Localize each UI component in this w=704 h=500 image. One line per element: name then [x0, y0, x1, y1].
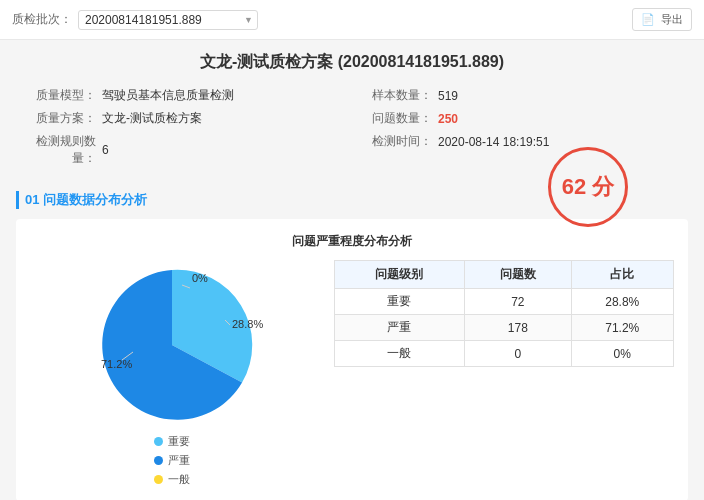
pie-label-712: 71.2%: [101, 358, 132, 370]
meta-left: 质量模型： 驾驶员基本信息质量检测 质量方案： 文龙-测试质检方案 检测规则数量…: [16, 87, 352, 173]
pie-label-288: 28.8%: [232, 318, 263, 330]
batch-select-wrapper[interactable]: 20200814181951.889: [78, 10, 258, 30]
severity-col-level: 问题级别: [334, 261, 464, 289]
page-title: 文龙-测试质检方案 (20200814181951.889): [16, 52, 688, 73]
meta-row-issues: 问题数量： 250: [352, 110, 688, 127]
meta-time-value: 2020-08-14 18:19:51: [438, 135, 549, 149]
severity-table-area: 问题级别 问题数 占比 重要 72 28.8% 严重 1: [334, 260, 674, 367]
meta-plan-value: 文龙-测试质检方案: [102, 110, 202, 127]
score-circle: 62 分: [548, 147, 628, 227]
severity-ratio-2: 0%: [571, 341, 673, 367]
severity-col-count: 问题数: [465, 261, 571, 289]
export-label: 导出: [661, 13, 683, 25]
meta-row-samples: 样本数量： 519: [352, 87, 688, 104]
severity-row-1: 严重 178 71.2%: [334, 315, 673, 341]
severity-level-2: 一般: [334, 341, 464, 367]
batch-select[interactable]: 20200814181951.889: [78, 10, 258, 30]
severity-subtitle: 问题严重程度分布分析: [30, 233, 674, 250]
severity-count-2: 0: [465, 341, 571, 367]
meta-section: 质量模型： 驾驶员基本信息质量检测 质量方案： 文龙-测试质检方案 检测规则数量…: [16, 87, 688, 173]
legend-item-important: 重要: [154, 434, 190, 449]
severity-block: 问题严重程度分布分析 0% 28.8% 71.2%: [16, 219, 688, 500]
content: 文龙-测试质检方案 (20200814181951.889) 质量模型： 驾驶员…: [0, 40, 704, 500]
severity-chart-area: 0% 28.8% 71.2% 重要 严重: [30, 260, 314, 487]
top-bar-right: 📄 导出: [632, 8, 692, 31]
meta-row-time: 检测时间： 2020-08-14 18:19:51: [352, 133, 688, 150]
meta-plan-label: 质量方案：: [16, 110, 96, 127]
severity-level-1: 严重: [334, 315, 464, 341]
meta-model-value: 驾驶员基本信息质量检测: [102, 87, 234, 104]
meta-row-plan: 质量方案： 文龙-测试质检方案: [16, 110, 352, 127]
meta-row-rules: 检测规则数量： 6: [16, 133, 352, 167]
meta-right: 样本数量： 519 问题数量： 250 检测时间： 2020-08-14 18:…: [352, 87, 688, 173]
meta-rules-value: 6: [102, 143, 109, 157]
meta-time-label: 检测时间：: [352, 133, 432, 150]
export-icon: 📄: [641, 13, 655, 25]
legend-item-general: 一般: [154, 472, 190, 487]
legend-dot-general: [154, 475, 163, 484]
severity-col-ratio: 占比: [571, 261, 673, 289]
severity-legend: 重要 严重 一般: [154, 434, 190, 487]
meta-issues-value: 250: [438, 112, 458, 126]
severity-ratio-0: 28.8%: [571, 289, 673, 315]
severity-pie-chart: 0% 28.8% 71.2%: [87, 260, 257, 430]
legend-dot-important: [154, 437, 163, 446]
score-value: 62 分: [562, 172, 615, 202]
export-button[interactable]: 📄 导出: [632, 8, 692, 31]
severity-chart-table: 0% 28.8% 71.2% 重要 严重: [30, 260, 674, 487]
meta-model-label: 质量模型：: [16, 87, 96, 104]
legend-label-severe: 严重: [168, 453, 190, 468]
meta-row-model: 质量模型： 驾驶员基本信息质量检测: [16, 87, 352, 104]
legend-label-important: 重要: [168, 434, 190, 449]
severity-count-1: 178: [465, 315, 571, 341]
meta-samples-value: 519: [438, 89, 458, 103]
meta-samples-label: 样本数量：: [352, 87, 432, 104]
meta-issues-label: 问题数量：: [352, 110, 432, 127]
batch-label: 质检批次：: [12, 11, 72, 28]
legend-item-severe: 严重: [154, 453, 190, 468]
top-bar-left: 质检批次： 20200814181951.889: [12, 10, 258, 30]
top-bar: 质检批次： 20200814181951.889 📄 导出: [0, 0, 704, 40]
severity-row-2: 一般 0 0%: [334, 341, 673, 367]
severity-row-0: 重要 72 28.8%: [334, 289, 673, 315]
severity-count-0: 72: [465, 289, 571, 315]
pie-label-0: 0%: [192, 272, 208, 284]
severity-table: 问题级别 问题数 占比 重要 72 28.8% 严重 1: [334, 260, 674, 367]
legend-dot-severe: [154, 456, 163, 465]
meta-rules-label: 检测规则数量：: [16, 133, 96, 167]
severity-level-0: 重要: [334, 289, 464, 315]
severity-ratio-1: 71.2%: [571, 315, 673, 341]
legend-label-general: 一般: [168, 472, 190, 487]
